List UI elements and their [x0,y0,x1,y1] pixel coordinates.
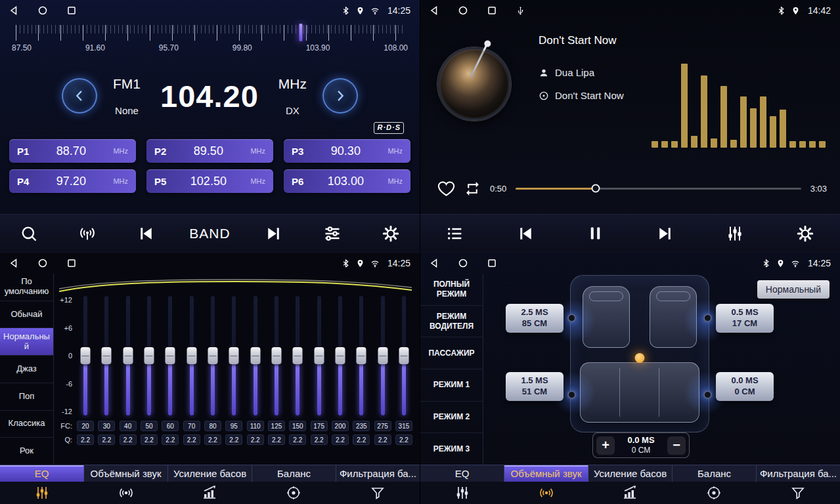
eq-slider-handle[interactable] [102,347,112,364]
eq-band-slider[interactable] [147,296,151,415]
eq-slider-handle[interactable] [81,347,91,364]
eq-tab-icon[interactable] [420,485,504,501]
eq-band-slider[interactable] [296,296,299,415]
tab-balance[interactable]: Баланс [252,465,336,482]
recents-button[interactable] [487,259,497,268]
bass-boost-tab-icon[interactable] [168,485,252,501]
eq-preset-item[interactable]: Нормальный [0,328,53,356]
eq-slider-handle[interactable] [399,347,409,364]
eq-band-slider[interactable] [338,296,342,415]
eq-preset-item[interactable]: По умолчанию [0,274,53,301]
eq-slider-handle[interactable] [166,347,175,364]
tab-filter[interactable]: Фильтрация ба... [336,465,420,482]
eq-tab-icon[interactable] [0,485,84,501]
next-track-button[interactable] [651,224,680,243]
tab-surround[interactable]: Объёмный звук [504,465,588,482]
settings-button[interactable] [791,224,820,243]
sf-mode-item[interactable]: РЕЖИМ ВОДИТЕЛЯ [420,306,483,338]
eq-preset-item[interactable]: Поп [0,383,53,411]
pause-button[interactable] [581,224,609,242]
eq-preset-item[interactable]: Обычай [0,301,53,329]
rear-left-delay-chip[interactable]: 1.5 MS 51 CM [506,372,564,401]
eq-slider-handle[interactable] [208,347,217,364]
tab-balance[interactable]: Баланс [673,465,757,482]
sf-mode-item[interactable]: ПАССАЖИР [420,337,483,369]
rear-right-delay-chip[interactable]: 0.0 MS 0 CM [716,372,774,401]
front-right-delay-chip[interactable]: 0.5 MS 17 CM [716,304,774,333]
balance-tab-icon[interactable] [672,485,756,501]
eq-slider-handle[interactable] [271,347,281,364]
radio-preset[interactable]: P2 89.50 MHz [146,139,273,163]
sound-profile-button[interactable]: Нормальный [757,280,829,299]
tune-up-button[interactable] [322,78,358,114]
tab-eq[interactable]: EQ [0,465,84,482]
broadcast-button[interactable] [73,224,102,243]
delay-decrease-button[interactable]: − [667,436,686,455]
home-button[interactable] [458,259,468,268]
eq-slider-handle[interactable] [123,347,133,364]
home-button[interactable] [38,6,47,15]
balance-tab-icon[interactable] [252,485,336,501]
home-button[interactable] [38,259,47,268]
eq-band-slider[interactable] [190,296,194,415]
eq-band-slider[interactable] [317,296,321,415]
eq-band-slider[interactable] [275,296,278,415]
prev-track-button[interactable] [511,224,540,243]
back-button[interactable] [9,6,18,15]
recents-button[interactable] [67,6,76,15]
radio-preset[interactable]: P6 103.00 MHz [284,169,410,193]
eq-slider-handle[interactable] [357,347,366,364]
bass-boost-tab-icon[interactable] [588,485,673,501]
recents-button[interactable] [67,259,76,268]
tab-filter[interactable]: Фильтрация ба... [757,465,840,482]
radio-preset[interactable]: P4 97.20 MHz [9,169,136,193]
eq-band-slider[interactable] [232,296,236,415]
equalizer-button[interactable] [720,224,749,243]
eq-slider-handle[interactable] [378,347,387,364]
tab-surround[interactable]: Объёмный звук [84,465,168,482]
sf-mode-item[interactable]: РЕЖИМ 2 [420,402,483,434]
eq-preset-item[interactable]: Классика [0,411,53,438]
eq-slider-handle[interactable] [250,347,260,364]
filter-tab-icon[interactable] [336,485,420,501]
tab-eq[interactable]: EQ [420,465,504,482]
tune-down-button[interactable] [62,78,97,114]
eq-slider-handle[interactable] [229,347,239,364]
eq-band-slider[interactable] [402,296,406,415]
scan-button[interactable] [14,224,43,243]
eq-slider-handle[interactable] [293,347,303,364]
surround-tab-icon[interactable] [84,485,168,501]
band-button[interactable]: BAND [189,226,230,242]
eq-band-slider[interactable] [126,296,130,415]
eq-band-slider[interactable] [83,296,87,415]
radio-preset[interactable]: P1 88.70 MHz [9,139,136,163]
next-station-button[interactable] [259,224,288,243]
tab-bass-boost[interactable]: Усиление басов [588,465,673,482]
tab-bass-boost[interactable]: Усиление басов [168,465,252,482]
eq-band-slider[interactable] [359,296,363,415]
radio-preset[interactable]: P3 90.30 MHz [284,139,410,163]
eq-band-slider[interactable] [254,296,257,415]
settings-button[interactable] [376,224,405,243]
repeat-button[interactable] [464,180,481,197]
radio-preset[interactable]: P5 102.50 MHz [146,169,273,193]
eq-preset-item[interactable]: Джаз [0,356,53,383]
eq-band-slider[interactable] [381,296,385,415]
eq-band-slider[interactable] [211,296,215,415]
surround-tab-icon[interactable] [504,485,588,501]
home-button[interactable] [458,6,468,15]
frequency-scale[interactable]: 87.5091.6095.7099.80103.90108.00 [16,24,404,58]
eq-band-slider[interactable] [168,296,172,415]
back-button[interactable] [9,259,18,268]
filter-tab-icon[interactable] [756,485,840,501]
back-button[interactable] [430,259,439,268]
playlist-button[interactable] [441,224,470,243]
progress-thumb[interactable] [591,184,600,193]
sf-mode-item[interactable]: ПОЛНЫЙ РЕЖИМ [420,274,483,306]
eq-slider-handle[interactable] [144,347,154,364]
tuner-pointer[interactable] [299,24,303,41]
eq-slider-handle[interactable] [335,347,345,364]
prev-station-button[interactable] [131,224,160,243]
back-button[interactable] [430,6,439,15]
tuner-settings-button[interactable] [318,224,347,243]
